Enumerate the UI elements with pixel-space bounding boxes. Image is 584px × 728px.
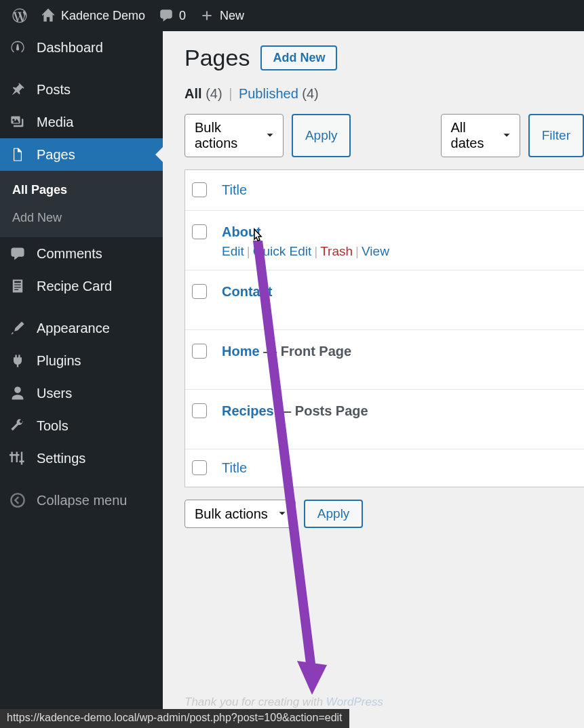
submenu-all-pages[interactable]: All Pages <box>0 176 163 204</box>
menu-label: Appearance <box>37 321 110 336</box>
menu-label: Collapse menu <box>37 493 127 508</box>
wp-logo[interactable] <box>5 0 34 31</box>
menu-label: Plugins <box>37 353 81 369</box>
menu-separator <box>0 64 163 73</box>
column-title[interactable]: Title <box>222 460 247 475</box>
menu-plugins[interactable]: Plugins <box>0 344 163 377</box>
menu-settings[interactable]: Settings <box>0 442 163 474</box>
filter-sep: | <box>226 86 235 101</box>
column-title[interactable]: Title <box>222 182 247 197</box>
menu-dashboard[interactable]: Dashboard <box>0 31 163 64</box>
footer-thank-you: Thank you for creating with WordPress <box>184 695 584 709</box>
menu-tools[interactable]: Tools <box>0 409 163 442</box>
filter-published-label: Published <box>239 86 298 101</box>
row-title[interactable]: About <box>222 224 261 239</box>
row-actions: Edit|Quick Edit|Trash|View <box>222 244 577 259</box>
menu-users[interactable]: Users <box>0 377 163 409</box>
menu-label: Settings <box>37 451 85 466</box>
dashboard-icon <box>9 39 26 56</box>
comments-link[interactable]: 0 <box>152 0 193 31</box>
row-title[interactable]: Home <box>222 344 260 359</box>
user-icon <box>9 385 26 401</box>
row-checkbox[interactable] <box>192 344 207 359</box>
action-sep: | <box>244 244 253 258</box>
comments-icon <box>9 245 26 262</box>
filter-all[interactable]: All (4) <box>184 86 222 101</box>
menu-recipe-card[interactable]: Recipe Card <box>0 270 163 302</box>
menu-label: Dashboard <box>37 40 103 56</box>
submenu-add-new[interactable]: Add New <box>0 204 163 232</box>
action-quick-edit[interactable]: Quick Edit <box>253 244 312 258</box>
row-checkbox[interactable] <box>192 403 207 418</box>
wrench-icon <box>9 418 26 434</box>
pin-icon <box>9 81 26 98</box>
menu-label: Comments <box>37 246 102 262</box>
bulk-actions-select[interactable]: Bulk actions <box>184 500 296 528</box>
row-title[interactable]: Contact <box>222 284 272 299</box>
action-sep: | <box>353 244 362 258</box>
bulk-actions-select[interactable]: Bulk actions <box>184 114 284 157</box>
admin-sidebar: Dashboard Posts Media Pages All Pages Ad… <box>0 31 163 709</box>
table-row: Recipes — Posts Page <box>185 390 584 449</box>
table-footer: Title <box>185 449 584 487</box>
submenu-pages: All Pages Add New <box>0 171 163 237</box>
select-all-checkbox[interactable] <box>192 460 207 475</box>
status-bar: https://kadence-demo.local/wp-admin/post… <box>0 709 349 728</box>
new-link[interactable]: New <box>193 0 251 31</box>
menu-media[interactable]: Media <box>0 106 163 138</box>
apply-button[interactable]: Apply <box>304 500 364 528</box>
row-checkbox[interactable] <box>192 224 207 239</box>
comment-icon <box>159 8 174 23</box>
row-checkbox[interactable] <box>192 284 207 299</box>
plus-icon <box>199 8 214 23</box>
recipe-icon <box>9 278 26 294</box>
home-icon <box>41 8 56 23</box>
menu-posts[interactable]: Posts <box>0 73 163 106</box>
filter-published[interactable]: Published (4) <box>239 86 319 101</box>
chevron-down-icon <box>501 129 513 142</box>
menu-label: Tools <box>37 418 69 434</box>
menu-label: Posts <box>37 82 71 98</box>
page-header: Pages Add New <box>184 45 584 71</box>
wordpress-icon <box>12 8 27 23</box>
add-new-button[interactable]: Add New <box>260 45 337 70</box>
filter-all-label: All <box>184 86 202 101</box>
dates-label: All dates <box>451 120 492 151</box>
filter-all-count: (4) <box>206 86 222 101</box>
row-suffix: — Front Page <box>260 344 352 359</box>
menu-pages[interactable]: Pages <box>0 138 163 171</box>
menu-appearance[interactable]: Appearance <box>0 312 163 344</box>
apply-button[interactable]: Apply <box>292 114 351 157</box>
tablenav-bottom: Bulk actions Apply <box>184 500 584 528</box>
action-edit[interactable]: Edit <box>222 244 244 258</box>
row-title[interactable]: Recipes <box>222 403 274 418</box>
date-group: All dates Filter <box>441 114 584 157</box>
table-row: About Edit|Quick Edit|Trash|View <box>185 211 584 270</box>
footer-link[interactable]: WordPress <box>326 695 383 708</box>
plug-icon <box>9 352 26 369</box>
dates-select[interactable]: All dates <box>441 114 520 157</box>
site-link[interactable]: Kadence Demo <box>34 0 152 31</box>
bulk-label: Bulk actions <box>195 120 256 151</box>
svg-point-0 <box>11 493 24 506</box>
menu-comments[interactable]: Comments <box>0 237 163 270</box>
filter-published-count: (4) <box>302 86 318 101</box>
pages-icon <box>9 146 26 163</box>
sliders-icon <box>9 450 26 466</box>
bulk-group: Bulk actions Apply <box>184 114 351 157</box>
tablenav-top: Bulk actions Apply All dates Filter <box>184 114 584 157</box>
action-sep: | <box>311 244 320 258</box>
collapse-icon <box>9 492 26 508</box>
menu-separator <box>0 474 163 484</box>
brush-icon <box>9 320 26 336</box>
comments-count: 0 <box>179 9 186 23</box>
spacer <box>359 114 432 157</box>
list-filters: All (4) | Published (4) <box>184 86 584 102</box>
menu-label: Users <box>37 386 72 401</box>
menu-separator <box>0 302 163 312</box>
select-all-checkbox[interactable] <box>192 182 207 197</box>
filter-button[interactable]: Filter <box>528 114 584 157</box>
collapse-menu[interactable]: Collapse menu <box>0 484 163 517</box>
action-trash[interactable]: Trash <box>320 244 353 258</box>
action-view[interactable]: View <box>362 244 389 258</box>
